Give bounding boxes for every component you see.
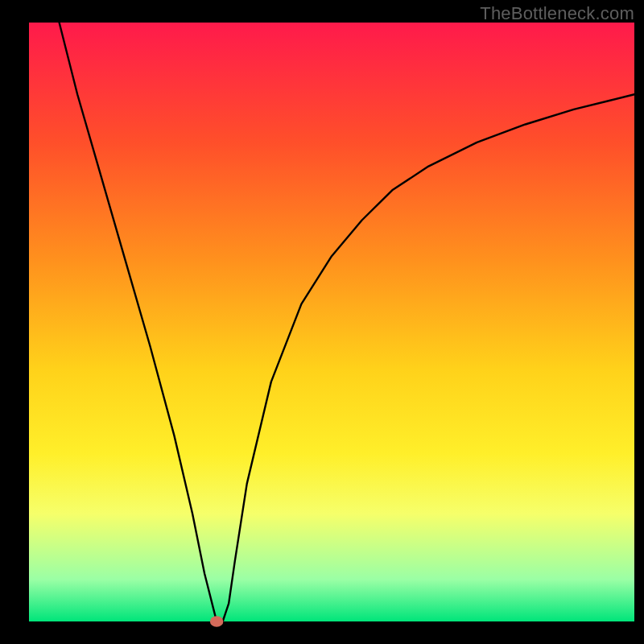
optimum-marker [210,616,224,626]
plot-area [29,23,634,621]
bottleneck-chart [0,0,644,644]
watermark-label: TheBottleneck.com [480,3,634,24]
chart-frame: TheBottleneck.com [0,0,644,644]
